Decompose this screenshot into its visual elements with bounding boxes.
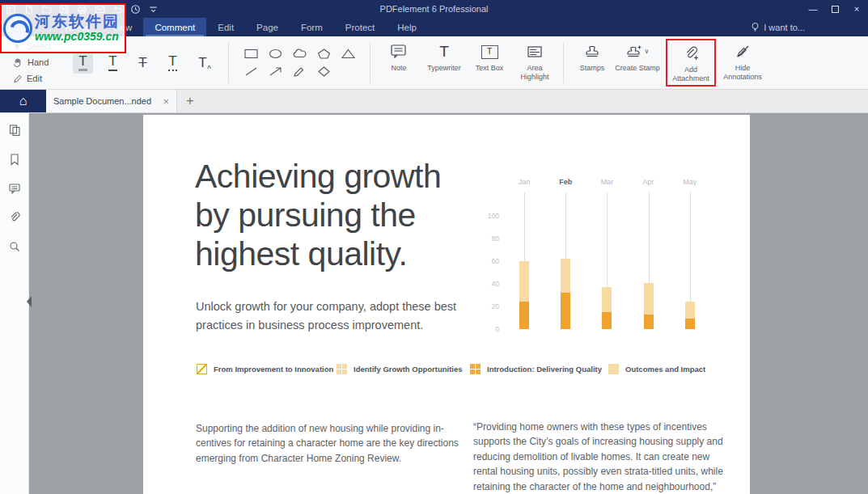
stamps-label: Stamps xyxy=(580,64,605,73)
maximize-icon xyxy=(832,6,839,13)
create-stamp-button[interactable]: ∨ Create Stamp xyxy=(615,36,660,89)
add-attachment-button[interactable]: Add Attachment xyxy=(666,39,716,87)
close-button[interactable]: × xyxy=(852,4,862,14)
hand-label: Hand xyxy=(28,57,49,67)
pencil-icon xyxy=(13,74,22,83)
home-tab[interactable]: ⌂ xyxy=(0,90,46,112)
typewriter-label: Typewriter xyxy=(427,64,461,73)
create-stamp-label: Create Stamp xyxy=(615,64,660,73)
typewriter-button[interactable]: T Typewriter xyxy=(421,36,467,89)
chart-bar-upper xyxy=(519,261,529,302)
caret-icon: T xyxy=(198,55,206,71)
close-tab-icon[interactable]: × xyxy=(163,95,169,108)
watermark-site-name: 河东软件园 xyxy=(35,14,120,31)
hand-icon xyxy=(13,57,23,67)
lightbulb-icon xyxy=(751,22,760,33)
page-subtitle: Unlock growth for your company, adopt th… xyxy=(196,298,456,335)
chart-month-label: Feb xyxy=(549,178,582,186)
search-panel-button[interactable] xyxy=(2,234,27,258)
chart-bar-upper xyxy=(685,302,695,319)
section-label: Identify Growth Opportunities xyxy=(354,365,463,374)
caret-insert-tool[interactable]: T^ xyxy=(193,52,213,74)
chart-ytick-label: 80 xyxy=(475,234,499,243)
main-area: Achieving growth by pursuing the highest… xyxy=(0,113,868,494)
document-viewport[interactable]: Achieving growth by pursuing the highest… xyxy=(29,113,868,494)
tab-protect[interactable]: Protect xyxy=(334,18,386,36)
chart-month-label: Mar xyxy=(591,178,623,186)
text-box-icon: T xyxy=(481,42,498,61)
text-box-button[interactable]: T Text Box xyxy=(467,36,512,89)
chart-bar-base xyxy=(602,312,612,329)
body-column-left: Supporting the addition of new housing w… xyxy=(196,406,493,494)
toolbar-divider xyxy=(370,42,370,83)
bookmarks-panel-button[interactable] xyxy=(2,147,27,171)
tab-page[interactable]: Page xyxy=(245,18,290,36)
tab-comment[interactable]: Comment xyxy=(143,18,206,36)
chart-bar-upper xyxy=(644,283,654,315)
new-tab-button[interactable]: + xyxy=(177,90,203,112)
customize-toolbar-icon[interactable] xyxy=(147,3,159,15)
maximize-button[interactable] xyxy=(830,4,840,14)
hand-tool[interactable]: Hand xyxy=(13,56,70,69)
pencil-draw-tool[interactable] xyxy=(291,65,307,78)
dropdown-caret-icon: ∨ xyxy=(645,48,650,56)
minimize-button[interactable]: — xyxy=(808,4,818,14)
rectangle-tool[interactable] xyxy=(243,48,259,60)
edit-label: Edit xyxy=(27,74,42,83)
arrow-tool[interactable] xyxy=(267,65,283,78)
squiggly-underline-tool[interactable]: T xyxy=(163,52,183,74)
hide-annotations-icon xyxy=(735,42,751,61)
tab-edit[interactable]: Edit xyxy=(206,18,245,36)
cloud-tool[interactable] xyxy=(291,48,307,60)
area-highlight-label: Area Highlight xyxy=(512,64,557,82)
edit-tool[interactable]: Edit xyxy=(13,72,70,85)
i-want-to-button[interactable]: I want to... xyxy=(751,18,805,36)
typewriter-icon: T xyxy=(439,42,449,61)
document-tab-bar: ⌂ Sample Documen...nded × + xyxy=(0,90,868,113)
chart-bar-base xyxy=(644,315,654,329)
eraser-tool[interactable] xyxy=(315,65,332,78)
section-icon-grid xyxy=(337,364,347,374)
add-attachment-icon xyxy=(683,44,699,63)
thumbnails-panel-button[interactable] xyxy=(2,118,27,141)
text-box-label: Text Box xyxy=(476,64,504,73)
hide-annotations-button[interactable]: Hide Annotations xyxy=(720,36,765,89)
document-tab-label: Sample Documen...nded xyxy=(53,96,158,106)
navigation-sidebar xyxy=(0,113,29,494)
stamp-icon xyxy=(584,42,600,61)
section-icon-diagonal xyxy=(197,364,207,374)
section-link-3: Introduction: Delivering Quality xyxy=(470,364,602,374)
toolbar-divider xyxy=(228,42,229,83)
ribbon-tab-bar: Home View Comment Edit Page Form Protect… xyxy=(0,18,868,36)
area-highlight-icon xyxy=(527,42,543,61)
triangle-tool[interactable] xyxy=(340,48,356,60)
paragraph: “Providing home owners with these types … xyxy=(473,420,748,494)
page-heading: Achieving growth by pursuing the highest… xyxy=(195,157,441,273)
section-link-2: Identify Growth Opportunities xyxy=(337,364,463,374)
area-highlight-button[interactable]: Area Highlight xyxy=(512,36,557,89)
body-column-right: “Providing home owners with these types … xyxy=(473,404,748,494)
oval-tool[interactable] xyxy=(267,48,283,60)
sidebar-collapse-handle[interactable] xyxy=(27,296,32,307)
note-button[interactable]: Note xyxy=(376,36,421,89)
chart-bar-base xyxy=(561,293,570,329)
chart-ytick-label: 20 xyxy=(475,302,499,310)
strikethrough-tool[interactable]: T xyxy=(133,52,153,74)
stamps-button[interactable]: Stamps xyxy=(569,36,615,89)
section-label: Outcomes and Impact xyxy=(625,365,705,374)
chart-month-label: Apr xyxy=(633,178,665,186)
toolbar-divider xyxy=(563,42,564,83)
tab-form[interactable]: Form xyxy=(290,18,334,36)
polygon-tool[interactable] xyxy=(315,48,332,60)
strikethrough-icon: T xyxy=(138,55,146,71)
chart-bar-upper xyxy=(561,259,570,293)
line-tool[interactable] xyxy=(243,65,259,78)
tab-help[interactable]: Help xyxy=(386,18,428,36)
document-tab[interactable]: Sample Documen...nded × xyxy=(46,90,177,112)
i-want-to-label: I want to... xyxy=(764,23,805,32)
highlight-tool[interactable]: T xyxy=(73,52,93,74)
history-icon[interactable] xyxy=(129,3,142,15)
comments-panel-button[interactable] xyxy=(2,176,27,200)
underline-tool[interactable]: T xyxy=(103,52,123,74)
attachments-panel-button[interactable] xyxy=(2,205,27,229)
